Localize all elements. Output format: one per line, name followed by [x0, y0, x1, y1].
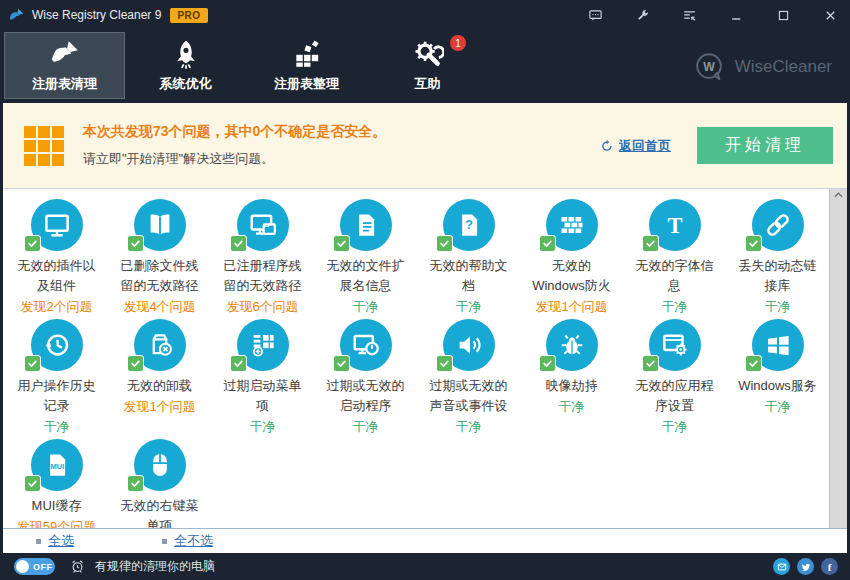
nav-tab-badge: 1 — [450, 35, 466, 51]
scan-category-tile[interactable]: 无效的Windows防火 发现1个问题 — [520, 193, 623, 313]
checkbox-checked-icon[interactable] — [24, 235, 41, 252]
tile-label: 用户操作历史记录 — [12, 376, 102, 416]
checkbox-checked-icon[interactable] — [230, 235, 247, 252]
vertical-scrollbar[interactable] — [829, 189, 847, 528]
tile-label: MUI缓存 — [12, 496, 102, 516]
scan-category-tile[interactable]: 无效的右键菜单项 — [108, 433, 211, 528]
scan-category-tile[interactable]: MUI MUI缓存 发现59个问题 — [5, 433, 108, 528]
scan-category-tile[interactable]: 丢失的动态链接库 干净 — [726, 193, 829, 313]
scan-category-tile[interactable]: 用户操作历史记录 干净 — [5, 313, 108, 433]
select-none-link[interactable]: 全不选 — [162, 532, 213, 550]
tile-icon-wrap — [546, 199, 598, 251]
feedback-icon[interactable] — [588, 8, 603, 23]
scan-category-tile[interactable]: 无效的文件扩展名信息 干净 — [314, 193, 417, 313]
nav-tab-system-tuneup[interactable]: 系统优化 — [125, 32, 246, 99]
scan-category-tile[interactable]: T 无效的字体信息 干净 — [623, 193, 726, 313]
facebook-icon[interactable]: f — [821, 558, 838, 575]
mail-icon[interactable] — [773, 558, 790, 575]
tile-label: 无效的文件扩展名信息 — [321, 256, 411, 296]
checkbox-checked-icon[interactable] — [127, 235, 144, 252]
checkbox-checked-icon[interactable] — [745, 355, 762, 372]
minimize-icon[interactable] — [729, 8, 744, 23]
result-banner: 本次共发现73个问题，其中0个不确定是否安全。 请立即"开始清理"解决这些问题。… — [3, 103, 847, 189]
tile-label: 无效的Windows防火 — [527, 256, 617, 296]
scan-category-tile[interactable]: 已删除文件残留的无效路径 发现4个问题 — [108, 193, 211, 313]
checkbox-checked-icon[interactable] — [127, 355, 144, 372]
social-links: f — [773, 558, 838, 575]
maximize-icon[interactable] — [776, 8, 791, 23]
checkbox-checked-icon[interactable] — [642, 355, 659, 372]
checkbox-checked-icon[interactable] — [230, 355, 247, 372]
tile-label: 丢失的动态链接库 — [733, 256, 823, 296]
checkbox-checked-icon[interactable] — [539, 355, 556, 372]
tile-status: 发现59个问题 — [17, 518, 96, 528]
tile-icon-wrap — [237, 319, 289, 371]
scan-category-tile[interactable]: 过期或无效的声音或事件设 干净 — [417, 313, 520, 433]
tile-icon-wrap — [134, 199, 186, 251]
start-clean-button[interactable]: 开始清理 — [697, 127, 833, 164]
twitter-icon[interactable] — [797, 558, 814, 575]
scan-category-tile[interactable]: 过期启动菜单项 干净 — [211, 313, 314, 433]
brand-name: WiseCleaner — [735, 57, 832, 77]
nav-tab-registry-defrag[interactable]: 注册表整理 — [246, 32, 367, 99]
tile-icon-wrap: ? — [443, 199, 495, 251]
scan-category-tile[interactable]: 无效的卸载 发现1个问题 — [108, 313, 211, 433]
checkbox-checked-icon[interactable] — [127, 475, 144, 492]
scan-category-tile[interactable]: 映像劫持 干净 — [520, 313, 623, 433]
back-home-link[interactable]: 返回首页 — [600, 137, 671, 155]
scan-category-tile[interactable]: ? 无效的帮助文档 干净 — [417, 193, 520, 313]
checkbox-checked-icon[interactable] — [436, 235, 453, 252]
tile-label: 映像劫持 — [527, 376, 617, 396]
alarm-clock-icon — [70, 559, 85, 574]
nav-tab-registry-cleaner[interactable]: 注册表清理 — [4, 32, 125, 99]
scan-results-area: 无效的插件以及组件 发现2个问题 已删除文件残留的无效路径 发现4个问题 已注册… — [3, 189, 847, 528]
checkbox-checked-icon[interactable] — [333, 355, 350, 372]
tile-label: 过期或无效的声音或事件设 — [424, 376, 514, 416]
app-brush-icon — [8, 7, 25, 24]
scan-category-tile[interactable]: 过期或无效的启动程序 干净 — [314, 313, 417, 433]
bullet-icon — [162, 539, 167, 544]
scroll-up-arrow-icon[interactable] — [830, 192, 847, 198]
menu-icon[interactable] — [682, 8, 697, 23]
tile-label: 无效的插件以及组件 — [12, 256, 102, 296]
select-all-label: 全选 — [48, 532, 74, 550]
tile-icon-wrap — [237, 199, 289, 251]
select-all-link[interactable]: 全选 — [36, 532, 74, 550]
tile-status: 干净 — [456, 418, 482, 436]
checkbox-checked-icon[interactable] — [333, 235, 350, 252]
nav-tab-help[interactable]: 互助 1 — [367, 32, 488, 99]
checkbox-checked-icon[interactable] — [24, 355, 41, 372]
nav-tab-label: 系统优化 — [160, 75, 212, 93]
checkbox-checked-icon[interactable] — [436, 355, 453, 372]
statusbar: OFF 有规律的清理你的电脑 f — [0, 553, 850, 580]
tile-icon-wrap — [340, 199, 392, 251]
support-wrench-icon[interactable] — [635, 8, 650, 23]
banner-text: 本次共发现73个问题，其中0个不确定是否安全。 请立即"开始清理"解决这些问题。 — [83, 123, 386, 168]
tile-icon-wrap — [443, 319, 495, 371]
tile-icon-wrap — [134, 319, 186, 371]
checkbox-checked-icon[interactable] — [24, 475, 41, 492]
tile-status: 干净 — [765, 398, 791, 416]
navbar: 注册表清理 系统优化 注册表整理 互助 1 W WiseCleaner — [0, 30, 850, 103]
checkbox-checked-icon[interactable] — [642, 235, 659, 252]
app-window: Wise Registry Cleaner 9 PRO — [0, 0, 850, 580]
window-title: Wise Registry Cleaner 9 — [32, 8, 161, 22]
scan-category-tile[interactable]: 无效的应用程序设置 干净 — [623, 313, 726, 433]
scan-category-tile[interactable]: 无效的插件以及组件 发现2个问题 — [5, 193, 108, 313]
toggle-label: OFF — [33, 562, 53, 572]
svg-text:W: W — [703, 59, 715, 73]
scan-category-tile[interactable]: Windows服务 干净 — [726, 313, 829, 433]
pro-badge: PRO — [170, 8, 207, 23]
tile-label: 已删除文件残留的无效路径 — [115, 256, 205, 296]
scan-category-tile[interactable]: 已注册程序残留的无效路径 发现6个问题 — [211, 193, 314, 313]
checkbox-checked-icon[interactable] — [539, 235, 556, 252]
tile-label: 无效的帮助文档 — [424, 256, 514, 296]
tile-status: 发现1个问题 — [123, 398, 195, 416]
schedule-toggle[interactable]: OFF — [14, 558, 55, 575]
defrag-icon — [291, 38, 323, 70]
selection-footer: 全选 全不选 — [3, 528, 847, 553]
tile-status: 干净 — [662, 418, 688, 436]
close-icon[interactable] — [823, 8, 838, 23]
checkbox-checked-icon[interactable] — [745, 235, 762, 252]
rocket-icon — [170, 38, 202, 70]
